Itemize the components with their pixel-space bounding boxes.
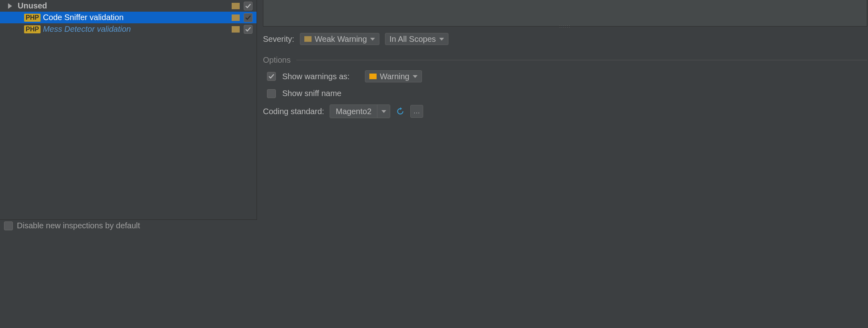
inspection-checkbox[interactable]: [244, 13, 253, 22]
tree-item-mess-detector[interactable]: PHP Mess Detector validation: [0, 23, 257, 35]
resize-handle-icon[interactable]: ::::::: [559, 24, 571, 29]
tree-category-label: Unused: [18, 1, 47, 10]
chevron-down-icon: [370, 38, 375, 41]
dropdown-arrow-button[interactable]: [377, 105, 390, 118]
severity-dropdown[interactable]: Weak Warning: [300, 33, 379, 45]
show-sniff-name-label: Show sniff name: [282, 89, 342, 98]
severity-row: Severity: Weak Warning In All Scopes: [263, 33, 867, 45]
coding-standard-label: Coding standard:: [263, 107, 324, 116]
tree-item-code-sniffer[interactable]: PHP Code Sniffer validation: [0, 12, 257, 23]
scope-dropdown[interactable]: In All Scopes: [385, 33, 448, 45]
scope-value: In All Scopes: [389, 35, 436, 44]
show-warnings-as-value: Warning: [380, 72, 410, 81]
inspection-options-panel: Severity: Weak Warning In All Scopes Opt…: [263, 33, 867, 125]
disable-new-inspections-checkbox[interactable]: [4, 221, 13, 230]
coding-standard-dropdown[interactable]: Magento2: [330, 105, 390, 118]
show-warnings-as-label: Show warnings as:: [282, 72, 359, 81]
inspections-tree-panel: Unused PHP Code Sniffer validation PHP M…: [0, 0, 257, 220]
chevron-down-icon: [413, 75, 418, 78]
chevron-down-icon: [439, 38, 444, 41]
severity-swatch-icon: [232, 14, 240, 21]
divider: [296, 60, 867, 60]
chevron-down-icon: [381, 110, 386, 113]
expand-arrow-icon: [8, 3, 12, 9]
options-label: Options: [263, 55, 291, 65]
warning-color-swatch-icon: [369, 74, 377, 79]
severity-swatch-icon: [232, 3, 240, 9]
category-checkbox[interactable]: [244, 2, 253, 10]
coding-standard-row: Coding standard: Magento2 ...: [263, 105, 867, 118]
tree-category-unused[interactable]: Unused: [0, 0, 257, 12]
severity-color-swatch-icon: [304, 36, 312, 42]
tree-item-label: Code Sniffer validation: [43, 13, 124, 22]
refresh-icon[interactable]: [396, 107, 405, 116]
inspection-checkbox[interactable]: [244, 25, 253, 34]
severity-value: Weak Warning: [315, 35, 367, 44]
description-panel: ::::::: [263, 0, 867, 27]
show-sniff-name-checkbox[interactable]: [267, 89, 276, 98]
severity-swatch-icon: [232, 26, 240, 33]
coding-standard-value: Magento2: [330, 105, 377, 118]
show-warnings-as-checkbox[interactable]: [267, 72, 276, 81]
show-warnings-as-dropdown[interactable]: Warning: [365, 70, 422, 82]
options-section-header: Options: [263, 55, 867, 65]
browse-button[interactable]: ...: [410, 105, 423, 118]
browse-label: ...: [414, 108, 420, 115]
severity-label: Severity:: [263, 35, 294, 44]
tree-item-label: Mess Detector validation: [43, 25, 131, 34]
show-sniff-name-row: Show sniff name: [267, 89, 867, 98]
disable-new-inspections-label: Disable new inspections by default: [17, 221, 140, 230]
disable-new-inspections-row: Disable new inspections by default: [4, 221, 140, 230]
php-badge-icon: PHP: [24, 14, 41, 22]
show-warnings-as-row: Show warnings as: Warning: [267, 70, 867, 82]
php-badge-icon: PHP: [24, 25, 41, 33]
